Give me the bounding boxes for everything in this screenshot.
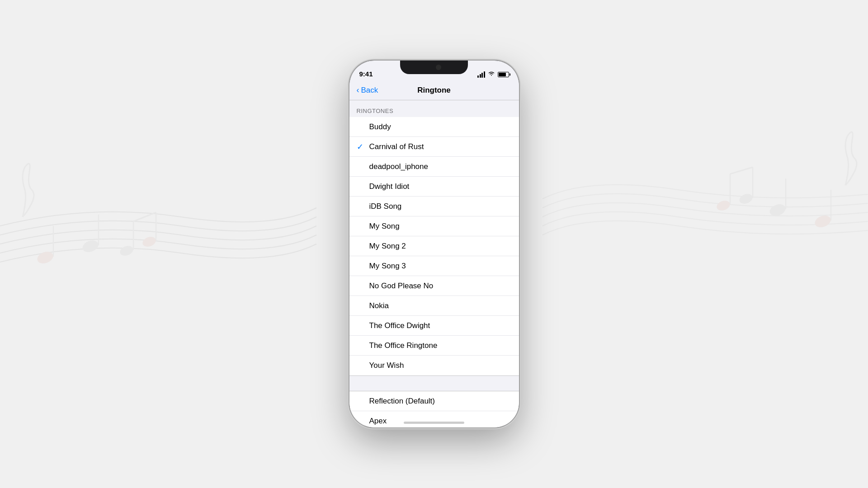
list-item[interactable]: The Office Dwight xyxy=(349,316,519,336)
checkmark-icon: ✓ xyxy=(357,142,368,152)
ringtone-label: Your Wish xyxy=(369,356,512,375)
phone-frame: 9:41 xyxy=(349,61,519,427)
section-divider xyxy=(349,375,519,391)
svg-line-19 xyxy=(730,167,753,174)
back-label: Back xyxy=(361,86,378,95)
screen: 9:41 xyxy=(349,61,519,427)
list-item[interactable]: My Song 3 xyxy=(349,256,519,276)
signal-bars-icon xyxy=(477,71,485,78)
list-item[interactable]: My Song xyxy=(349,216,519,236)
ringtone-label: Nokia xyxy=(369,296,512,315)
svg-point-21 xyxy=(715,199,731,212)
list-item[interactable]: The Office Ringtone xyxy=(349,336,519,356)
svg-line-8 xyxy=(133,212,156,221)
ringtone-label: Reflection (Default) xyxy=(369,392,512,411)
list-item[interactable]: Your Wish xyxy=(349,356,519,375)
svg-point-15 xyxy=(715,199,731,212)
battery-icon xyxy=(498,72,509,77)
custom-ringtones-list: Buddy ✓ Carnival of Rust deadpool_iphone… xyxy=(349,117,519,375)
ringtone-label: The Office Dwight xyxy=(369,316,512,335)
list-item[interactable]: No God Please No xyxy=(349,276,519,296)
svg-point-6 xyxy=(141,235,157,248)
list-item[interactable]: Nokia xyxy=(349,296,519,316)
list-item[interactable]: My Song 2 xyxy=(349,236,519,256)
list-item[interactable]: Dwight Idiot xyxy=(349,177,519,197)
notch xyxy=(400,61,468,74)
status-time: 9:41 xyxy=(359,70,373,78)
wifi-icon xyxy=(488,71,495,78)
ringtone-label: Carnival of Rust xyxy=(369,137,512,156)
svg-point-17 xyxy=(738,192,754,205)
svg-point-9 xyxy=(36,250,55,266)
battery-fill xyxy=(499,73,506,76)
ringtone-label: Apex xyxy=(369,412,512,428)
back-button[interactable]: ‹ Back xyxy=(357,86,378,95)
list-item[interactable]: Apex xyxy=(349,411,519,427)
ringtone-label: iDB Song xyxy=(369,197,512,216)
list-item[interactable]: deadpool_iphone xyxy=(349,157,519,177)
svg-point-13 xyxy=(768,202,787,218)
camera-dot xyxy=(436,65,441,70)
ringtone-label: My Song 2 xyxy=(369,237,512,256)
nav-bar: ‹ Back Ringtone xyxy=(349,80,519,100)
list-item[interactable]: Reflection (Default) xyxy=(349,391,519,411)
content-area[interactable]: RINGTONES Buddy ✓ Carnival of Rust deadp… xyxy=(349,100,519,427)
ringtone-label: No God Please No xyxy=(369,277,512,296)
svg-point-11 xyxy=(813,214,832,230)
list-item[interactable]: ✓ Carnival of Rust xyxy=(349,137,519,157)
list-item[interactable]: Buddy xyxy=(349,117,519,137)
ringtone-label: My Song xyxy=(369,217,512,236)
page-title: Ringtone xyxy=(417,86,451,95)
home-indicator xyxy=(404,422,464,424)
ringtone-label: My Song 3 xyxy=(369,257,512,276)
list-item[interactable]: iDB Song xyxy=(349,197,519,216)
ringtone-label: Buddy xyxy=(369,117,512,136)
svg-point-4 xyxy=(118,244,134,257)
ringtone-label: deadpool_iphone xyxy=(369,157,512,176)
back-chevron-icon: ‹ xyxy=(357,86,359,94)
section-header-ringtones: RINGTONES xyxy=(349,100,519,117)
svg-point-20 xyxy=(813,214,832,230)
status-icons xyxy=(477,71,509,78)
ringtone-label: The Office Ringtone xyxy=(369,336,512,355)
svg-point-2 xyxy=(81,239,100,254)
svg-point-0 xyxy=(36,250,55,266)
ringtone-label: Dwight Idiot xyxy=(369,177,512,196)
svg-point-10 xyxy=(141,235,157,248)
